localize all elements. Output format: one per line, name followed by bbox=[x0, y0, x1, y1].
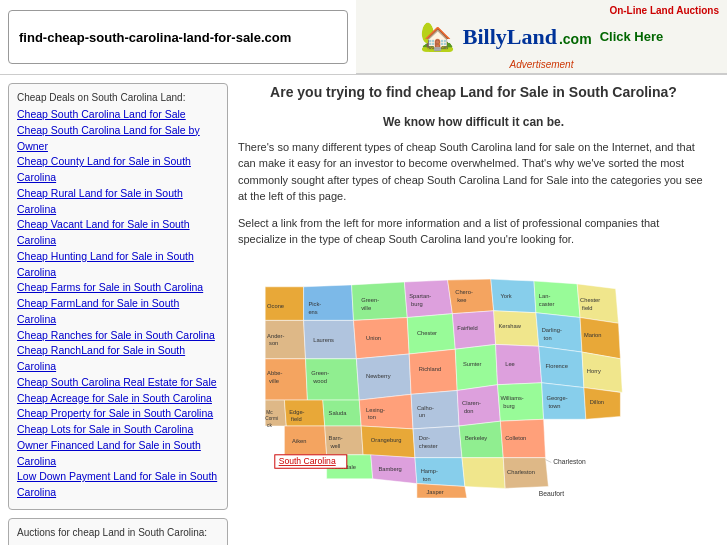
sub-heading: We know how difficult it can be. bbox=[238, 115, 709, 129]
svg-text:ens: ens bbox=[308, 308, 317, 314]
sidebar: Cheap Deals on South Carolina Land: Chea… bbox=[8, 83, 228, 545]
click-here-text[interactable]: Click Here bbox=[600, 29, 664, 44]
sc-label-text: South Carolina bbox=[279, 456, 336, 466]
svg-text:don: don bbox=[464, 407, 474, 413]
county-lee[interactable] bbox=[496, 344, 542, 384]
svg-text:Lan-: Lan- bbox=[539, 293, 551, 299]
paragraph-2: Select a link from the left for more inf… bbox=[238, 215, 709, 248]
billyland-logo: BillyLand bbox=[463, 24, 557, 50]
svg-text:Chester: Chester bbox=[580, 297, 600, 303]
county-chesterfield[interactable] bbox=[577, 284, 618, 323]
svg-text:Kershaw: Kershaw bbox=[498, 323, 521, 329]
auctions-title: Auctions for cheap Land in South Carolin… bbox=[17, 527, 219, 538]
svg-text:caster: caster bbox=[539, 301, 555, 307]
svg-text:Dor-: Dor- bbox=[419, 435, 430, 441]
beaufort-label: Beaufort bbox=[539, 490, 565, 497]
svg-text:Lexing-: Lexing- bbox=[366, 406, 385, 412]
svg-text:Charleston: Charleston bbox=[507, 469, 535, 475]
sidebar-link-vacant[interactable]: Cheap Vacant Land for Sale in South Caro… bbox=[17, 217, 219, 249]
svg-text:Newberry: Newberry bbox=[366, 373, 391, 379]
sidebar-link-farmland[interactable]: Cheap FarmLand for Sale in South Carolin… bbox=[17, 296, 219, 328]
county-dorchester[interactable] bbox=[413, 426, 462, 458]
svg-text:Lee: Lee bbox=[505, 361, 515, 367]
county-union[interactable] bbox=[354, 317, 410, 358]
auctions-box: Auctions for cheap Land in South Carolin… bbox=[8, 518, 228, 545]
svg-text:Bamberg: Bamberg bbox=[378, 466, 401, 472]
svg-text:Marion: Marion bbox=[584, 331, 602, 337]
svg-text:Edge-: Edge- bbox=[289, 408, 304, 414]
sidebar-link-acreage[interactable]: Cheap Acreage for Sale in South Carolina bbox=[17, 391, 219, 407]
svg-text:Chester: Chester bbox=[417, 329, 437, 335]
svg-text:Berkeley: Berkeley bbox=[465, 435, 487, 441]
ad-banner[interactable]: On-Line Land Auctions 🏡 BillyLand .com C… bbox=[356, 0, 727, 74]
sc-map-svg: Ocone Pick- ens Green- ville Spartan- bu… bbox=[238, 258, 638, 498]
svg-text:ville: ville bbox=[269, 377, 279, 383]
svg-text:ck: ck bbox=[267, 423, 272, 428]
svg-text:Mc: Mc bbox=[266, 409, 273, 414]
svg-line-64 bbox=[546, 459, 552, 462]
sidebar-link-farms[interactable]: Cheap Farms for Sale in South Carolina bbox=[17, 280, 219, 296]
county-greenville[interactable] bbox=[352, 282, 408, 320]
house-icon: 🏡 bbox=[420, 20, 455, 53]
site-url-text: find-cheap-south-carolina-land-for-sale.… bbox=[19, 30, 291, 45]
svg-text:burg: burg bbox=[503, 402, 515, 408]
online-auction-text: On-Line Land Auctions bbox=[609, 5, 719, 16]
content-area: Are you trying to find cheap Land for Sa… bbox=[228, 83, 719, 545]
county-cherokee[interactable] bbox=[448, 279, 494, 314]
svg-text:ton: ton bbox=[544, 334, 552, 340]
sidebar-link-by-owner[interactable]: Cheap South Carolina Land for Sale by Ow… bbox=[17, 123, 219, 155]
svg-text:Union: Union bbox=[366, 334, 381, 340]
sidebar-link-owner-financed[interactable]: Owner Financed Land for Sale in South Ca… bbox=[17, 438, 219, 470]
svg-text:town: town bbox=[548, 402, 560, 408]
sidebar-link-real-estate[interactable]: Cheap South Carolina Real Estate for Sal… bbox=[17, 375, 219, 391]
svg-text:field: field bbox=[291, 416, 302, 422]
sidebar-link-sc-land[interactable]: Cheap South Carolina Land for Sale bbox=[17, 107, 219, 123]
svg-text:Chero-: Chero- bbox=[455, 289, 473, 295]
deals-title: Cheap Deals on South Carolina Land: bbox=[17, 92, 219, 103]
ad-banner-content: 🏡 BillyLand .com Click Here bbox=[420, 20, 663, 53]
advertisement-label: Advertisement bbox=[510, 59, 574, 70]
charleston-label: Charleston bbox=[553, 458, 586, 465]
svg-text:kee: kee bbox=[457, 297, 466, 303]
county-york[interactable] bbox=[491, 279, 536, 313]
main-layout: Cheap Deals on South Carolina Land: Chea… bbox=[0, 75, 727, 545]
sidebar-link-ranchland[interactable]: Cheap RanchLand for Sale in South Caroli… bbox=[17, 343, 219, 375]
svg-text:chester: chester bbox=[419, 443, 438, 449]
sidebar-link-property[interactable]: Cheap Property for Sale in South Carolin… bbox=[17, 406, 219, 422]
sidebar-link-ranches[interactable]: Cheap Ranches for Sale in South Carolina bbox=[17, 328, 219, 344]
svg-text:Green-: Green- bbox=[361, 297, 379, 303]
main-heading: Are you trying to find cheap Land for Sa… bbox=[238, 83, 709, 103]
svg-text:field: field bbox=[582, 304, 593, 310]
sidebar-link-hunting[interactable]: Cheap Hunting Land for Sale in South Car… bbox=[17, 249, 219, 281]
svg-text:Claren-: Claren- bbox=[462, 399, 481, 405]
svg-text:Calho-: Calho- bbox=[417, 404, 434, 410]
svg-text:well: well bbox=[329, 443, 340, 449]
svg-text:ton: ton bbox=[423, 475, 431, 481]
paragraph-1: There's so many different types of cheap… bbox=[238, 139, 709, 205]
svg-text:ton: ton bbox=[368, 414, 376, 420]
svg-text:Abbe-: Abbe- bbox=[267, 370, 282, 376]
svg-text:Horry: Horry bbox=[587, 368, 601, 374]
svg-text:un: un bbox=[419, 412, 425, 418]
sidebar-link-rural[interactable]: Cheap Rural Land for Sale in South Carol… bbox=[17, 186, 219, 218]
svg-text:Jasper: Jasper bbox=[426, 489, 443, 495]
map-container: Ocone Pick- ens Green- ville Spartan- bu… bbox=[238, 258, 709, 500]
svg-text:Colleton: Colleton bbox=[505, 435, 526, 441]
svg-text:Williams-: Williams- bbox=[500, 395, 523, 401]
svg-text:Aiken: Aiken bbox=[292, 438, 306, 444]
site-url-box: find-cheap-south-carolina-land-for-sale.… bbox=[8, 10, 348, 64]
county-colleton2[interactable] bbox=[462, 457, 505, 488]
svg-text:Sumter: Sumter bbox=[463, 361, 482, 367]
svg-text:Cormi: Cormi bbox=[265, 416, 278, 421]
svg-text:Green-: Green- bbox=[311, 370, 329, 376]
svg-text:Florence: Florence bbox=[546, 363, 568, 369]
svg-text:Fairfield: Fairfield bbox=[457, 325, 477, 331]
sidebar-link-lots[interactable]: Cheap Lots for Sale in South Carolina bbox=[17, 422, 219, 438]
svg-text:Ocone: Ocone bbox=[267, 303, 284, 309]
svg-text:Barn-: Barn- bbox=[329, 435, 343, 441]
svg-text:Saluda: Saluda bbox=[329, 410, 348, 416]
sidebar-link-county[interactable]: Cheap County Land for Sale in South Caro… bbox=[17, 154, 219, 186]
sidebar-link-low-down[interactable]: Low Down Payment Land for Sale in South … bbox=[17, 469, 219, 501]
header: find-cheap-south-carolina-land-for-sale.… bbox=[0, 0, 727, 75]
svg-text:Darling-: Darling- bbox=[542, 327, 562, 333]
